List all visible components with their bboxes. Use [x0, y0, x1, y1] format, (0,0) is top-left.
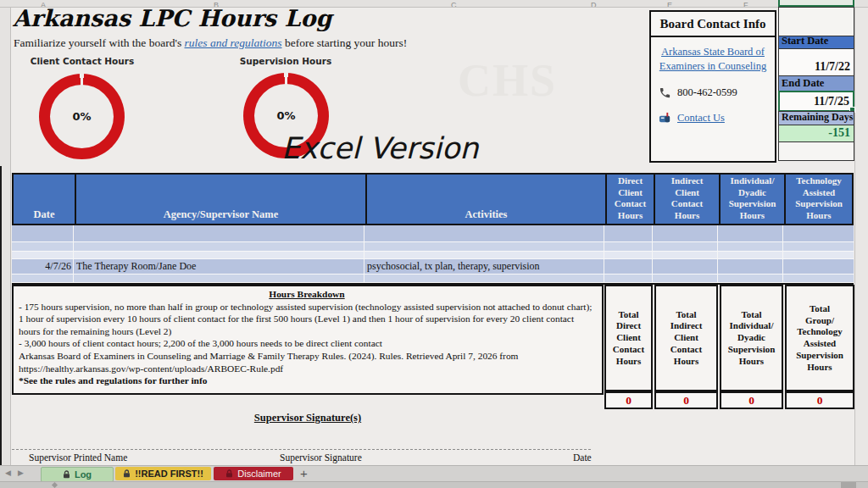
tab-log-label: Log [75, 469, 92, 480]
supervision-chart-title: Supervision Hours [218, 56, 353, 66]
column-header-technology-supervision: Technology Assisted Supervision Hours [784, 175, 852, 224]
subtitle-text-after: before starting your hours! [282, 36, 408, 49]
end-date-value-selected-cell[interactable]: 11/7/25 [778, 91, 854, 112]
total-group-supervision-value[interactable]: 0 [785, 391, 854, 409]
board-website-link[interactable]: Arkansas State Board of Examiners in Cou… [655, 45, 771, 74]
client-contact-chart-title: Client Contact Hours [14, 56, 150, 66]
column-letter-f[interactable]: F [743, 1, 748, 8]
signature-date-label: Date [573, 452, 592, 463]
hours-breakdown-box: Hours Breakdown - 175 hours supervision,… [12, 285, 604, 395]
lock-icon [123, 469, 131, 478]
column-header-individual-supervision: Individual/ Dyadic Supervision Hours [719, 175, 784, 224]
table-row[interactable] [12, 225, 854, 242]
table-row[interactable] [12, 252, 854, 259]
total-direct-contact-label: Total Direct Client Contact Hours [604, 285, 653, 391]
table-row[interactable] [12, 242, 854, 252]
empty-cell[interactable] [778, 7, 854, 36]
remaining-days-label: Remaining Days [778, 111, 854, 125]
total-direct-contact-value[interactable]: 0 [604, 391, 653, 409]
tab-read-first-label: !!READ FIRST!! [135, 469, 203, 479]
client-contact-donut-chart[interactable]: 0% [39, 74, 125, 159]
remaining-days-value[interactable]: -151 [778, 125, 854, 142]
phone-icon [659, 86, 671, 99]
contact-us-link[interactable]: Contact Us [677, 112, 725, 125]
empty-cell[interactable] [778, 141, 854, 161]
page-title: Arkansas LPC Hours Log [13, 5, 331, 31]
add-sheet-button[interactable]: + [300, 466, 308, 480]
grid-line [364, 225, 364, 282]
signature-line [12, 449, 591, 450]
column-header-indirect-contact: Indirect Client Contact Hours [654, 175, 719, 224]
column-letter-d[interactable]: D [591, 1, 597, 8]
board-contact-card: Board Contact Info Arkansas State Board … [649, 10, 776, 163]
entry-agency-cell[interactable]: The Therapy Room/Jane Doe [76, 259, 196, 274]
supervisor-printed-name-label: Supervisor Printed Name [29, 452, 127, 463]
tab-disclaimer-label: Disclaimer [237, 469, 281, 479]
column-letter-c[interactable]: C [451, 1, 457, 8]
column-header-activities: Activities [365, 175, 605, 224]
mailbox-icon [659, 112, 671, 124]
column-letter-e[interactable]: E [667, 1, 672, 8]
supervisor-signature-label: Supervisor Signature [280, 452, 362, 463]
start-date-label: Start Date [778, 36, 854, 49]
total-individual-supervision-label: Total Individual/ Dyadic Supervision Hou… [720, 285, 783, 391]
board-contact-row: Contact Us [659, 112, 775, 125]
grid-line [782, 225, 783, 282]
total-indirect-contact-value[interactable]: 0 [654, 391, 718, 409]
tab-read-first[interactable]: !!READ FIRST!! [115, 467, 211, 480]
excel-version-overlay: Excel Version [281, 131, 479, 165]
board-phone-row: 800-462-0599 [659, 86, 775, 99]
lock-icon [63, 470, 70, 479]
prev-sheet-arrow-icon[interactable]: ◀ [5, 469, 11, 477]
entry-date-cell[interactable]: 4/7/26 [12, 259, 71, 274]
hours-breakdown-title: Hours Breakdown [19, 288, 595, 301]
end-date-label: End Date [778, 75, 854, 92]
tab-log[interactable]: Log [41, 467, 114, 482]
board-contact-title: Board Contact Info [651, 12, 775, 37]
column-header-agency: Agency/Supervisor Name [75, 175, 365, 224]
table-row[interactable] [12, 274, 854, 283]
grid-line [652, 225, 653, 282]
column-header-date: Date [14, 175, 75, 224]
total-group-supervision-label: Total Group/ Technology Assisted Supervi… [785, 285, 854, 391]
window-left-edge [0, 166, 2, 465]
lock-icon [225, 469, 233, 478]
rules-and-regulations-link[interactable]: rules and regulations [185, 36, 282, 49]
start-date-value[interactable]: 11/7/22 [778, 48, 854, 76]
breakdown-citation: Arkansas Board of Examiners in Counselin… [19, 350, 595, 374]
subtitle: Familiarize yourself with the board's ru… [14, 36, 407, 50]
grid-line [717, 225, 718, 282]
excel-window: A B C D E F G Arkansas LPC Hours Log Fam… [0, 0, 868, 488]
breakdown-see-rules-note: *See the rules and regulations for furth… [19, 374, 595, 387]
sheet-tab-bar: ◀ ▶ Log !!READ FIRST!! Disclaimer + [0, 465, 868, 481]
breakdown-contact-rule: - 3,000 hours of client contact hours; 2… [19, 337, 595, 350]
entry-activities-cell[interactable]: psychosocial, tx plan, therapy, supervis… [367, 259, 540, 274]
total-individual-supervision-value[interactable]: 0 [720, 391, 783, 409]
total-indirect-contact-label: Total Indirect Client Contact Hours [654, 285, 718, 391]
grid-line [73, 225, 74, 282]
next-sheet-arrow-icon[interactable]: ▶ [18, 469, 24, 477]
log-table-rows: 4/7/26 The Therapy Room/Jane Doe psychos… [12, 225, 854, 285]
grid-line [604, 225, 604, 282]
watermark: CHS [458, 54, 557, 107]
tab-disclaimer[interactable]: Disclaimer [214, 467, 293, 480]
client-contact-percent: 0% [39, 74, 125, 159]
column-letter-g-selected[interactable]: G [778, 0, 854, 7]
status-bar [0, 481, 868, 488]
subtitle-text-before: Familiarize yourself with the board's [14, 36, 185, 49]
supervisor-signatures-heading: Supervisor Signature(s) [12, 412, 604, 424]
log-table-header: Date Agency/Supervisor Name Activities D… [12, 173, 854, 225]
column-header-direct-contact: Direct Client Contact Hours [605, 175, 654, 224]
right-gutter [854, 8, 868, 465]
scrollbar-corner[interactable] [841, 482, 856, 488]
table-row-entry[interactable]: 4/7/26 The Therapy Room/Jane Doe psychos… [12, 259, 854, 274]
board-phone-number: 800-462-0599 [677, 86, 737, 99]
breakdown-supervision-rule: - 175 hours supervision, no more than ha… [19, 301, 595, 338]
